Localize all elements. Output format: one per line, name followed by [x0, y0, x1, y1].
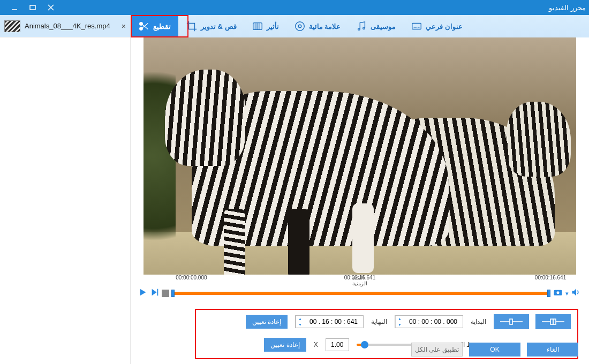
file-thumbnail [4, 20, 20, 32]
timeline-handle-end[interactable] [547, 290, 550, 297]
tab-subtitle[interactable]: عنوان فرعي [403, 15, 470, 37]
start-time-input[interactable]: ▲▼ [395, 315, 463, 328]
tab-cut[interactable]: تقطيع [131, 15, 178, 37]
window-title: محرر الفيديو [60, 4, 586, 12]
svg-point-12 [363, 27, 365, 29]
svg-marker-21 [572, 289, 577, 295]
file-sidebar: Animals_08___4K_res.mp4 × [0, 15, 131, 364]
watermark-icon [294, 20, 306, 32]
crop-icon [186, 20, 198, 32]
svg-rect-23 [510, 319, 512, 324]
svg-rect-8 [253, 23, 262, 30]
mark-in-button[interactable] [494, 314, 529, 329]
file-close-icon[interactable]: × [122, 22, 126, 31]
file-name-label: Animals_08___4K_res.mp4 [25, 22, 117, 30]
end-time-input[interactable]: ▲▼ [295, 315, 364, 328]
svg-point-4 [140, 22, 143, 26]
svg-rect-18 [157, 289, 158, 296]
subtitle-icon [411, 20, 422, 32]
mark-out-button[interactable] [535, 314, 571, 329]
play-range-button[interactable] [150, 287, 160, 299]
svg-rect-13 [412, 24, 421, 29]
close-button[interactable] [42, 0, 60, 15]
timeline-track[interactable] [171, 289, 550, 298]
volume-button[interactable] [571, 287, 582, 300]
reset-trim-button[interactable]: إعادة تعيين [246, 315, 288, 329]
file-tab[interactable]: Animals_08___4K_res.mp4 × [0, 15, 130, 37]
start-label: البداية [471, 318, 486, 325]
spin-down-icon[interactable]: ▼ [396, 322, 404, 328]
svg-point-9 [295, 22, 304, 31]
svg-marker-16 [140, 289, 146, 296]
music-icon [356, 20, 367, 32]
scissors-icon [138, 20, 150, 32]
minimize-button[interactable] [5, 0, 24, 15]
svg-marker-17 [152, 289, 157, 296]
end-label: النهاية [371, 318, 387, 325]
snapshot-button[interactable] [553, 287, 563, 300]
title-bar: محرر الفيديو [0, 0, 589, 15]
timeline-labels: 00:00:00.000 المدة الزمنية00:00:16.641 0… [138, 275, 582, 282]
svg-point-5 [140, 27, 143, 31]
svg-rect-27 [553, 319, 556, 324]
tab-crop[interactable]: قص & تدوير [178, 15, 244, 37]
tab-music[interactable]: موسيقى [348, 15, 403, 37]
apply-all-button[interactable]: تطبيق على الكل [411, 343, 463, 357]
svg-point-10 [298, 25, 301, 28]
slider-thumb[interactable] [361, 341, 368, 348]
svg-rect-1 [30, 5, 35, 10]
cancel-button[interactable]: الغاء [527, 343, 578, 357]
maximize-button[interactable] [24, 0, 42, 15]
spin-up-icon[interactable]: ▲ [396, 316, 404, 322]
speed-value-input[interactable] [326, 338, 349, 351]
editor-toolbar: تقطيع قص & تدوير تأثير علامة مائية موسيق… [131, 15, 589, 37]
timeline-handle-start[interactable] [171, 290, 175, 297]
effect-icon [252, 20, 263, 32]
reset-speed-button[interactable]: إعادة تعيين [264, 338, 306, 352]
stop-button[interactable] [162, 290, 169, 297]
footer-buttons: تطبيق على الكل OK الغاء [411, 343, 578, 357]
spin-up-icon[interactable]: ▲ [296, 316, 304, 322]
video-preview[interactable] [144, 37, 576, 275]
svg-point-11 [358, 28, 360, 31]
spin-down-icon[interactable]: ▼ [296, 322, 304, 328]
play-button[interactable] [138, 287, 148, 299]
svg-point-20 [557, 291, 560, 294]
tab-watermark[interactable]: علامة مائية [286, 15, 349, 37]
tab-effect[interactable]: تأثير [244, 15, 286, 37]
ok-button[interactable]: OK [469, 343, 520, 357]
